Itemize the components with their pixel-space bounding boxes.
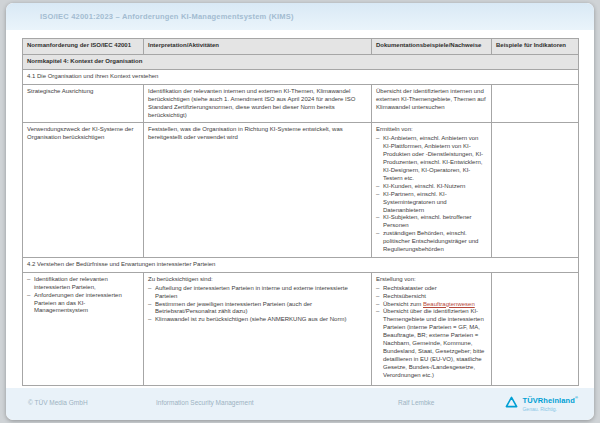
list-item: Rechtsübersicht (376, 293, 487, 301)
list-item: KI-Partnern, einschl. KI-Systemintegrato… (376, 191, 487, 215)
column-header-interpretation: Interpretation/Aktivitäten (144, 39, 372, 55)
section-row-4-2: 4.2 Verstehen der Bedürfnisse und Erwart… (23, 257, 579, 272)
table-row-purpose: Verwendungszweck der KI-Systeme der Orga… (23, 123, 579, 258)
cell-requirement: Strategische Ausrichtung (23, 84, 144, 123)
cell-requirement: Verwendungszweck der KI-Systeme der Orga… (23, 123, 144, 258)
document-footer-band: © TÜV Media GmbH Information Security Ma… (6, 388, 594, 420)
table-header-row: Normanforderung der ISO/IEC 42001 Interp… (23, 39, 579, 55)
column-header-documentation: Dokumentationsbeispiele/Nachweise (372, 39, 492, 55)
cell-documentation: Erstellung von: Rechtskataster oder Rech… (372, 272, 492, 385)
cell-interpretation: Feststellen, was die Organisation in Ric… (144, 123, 372, 258)
list-item: KI-Subjekten, einschl. betroffener Perso… (376, 214, 487, 230)
cell-documentation: Übersicht der identifizierten internen u… (372, 84, 492, 123)
beauftragtenwesen-link[interactable]: Beauftragtenwesen (423, 301, 475, 307)
list-item: Aufteilung der interessierten Parteien i… (148, 285, 367, 301)
footer-department: Information Security Management (156, 399, 254, 406)
cell-indicators (492, 272, 579, 385)
list-item: Klimawandel ist zu berücksichtigen (sieh… (148, 316, 367, 324)
list-item: Anforderungen der interessierten Parteie… (27, 292, 139, 316)
list-item: KI-Anbietern, einschl. Anbietern von KI-… (376, 135, 487, 182)
brand-tagline: Genau. Richtig. (522, 406, 578, 412)
tuv-triangle-icon (505, 396, 518, 408)
list-item: KI-Kunden, einschl. KI-Nutzern (376, 183, 487, 191)
link-prefix: Übersicht zum (383, 301, 423, 307)
document-page: ISO/IEC 42001:2023 – Anforderungen KI-Ma… (6, 3, 594, 420)
section-title-4-2: 4.2 Verstehen der Bedürfnisse und Erwart… (23, 257, 579, 272)
footer-copyright: © TÜV Media GmbH (28, 399, 88, 406)
cell-interpretation: Identifikation der relevanten internen u… (144, 84, 372, 123)
document-header-band: ISO/IEC 42001:2023 – Anforderungen KI-Ma… (6, 3, 594, 30)
cell-indicators (492, 123, 579, 258)
list-item-with-link: Übersicht zum Beauftragtenwesen (376, 301, 487, 309)
list-item: Rechtskataster oder (376, 285, 487, 293)
list-item: Übersicht über die identifizierten KI-Th… (376, 308, 487, 379)
chapter-row: Normkapitel 4: Kontext der Organisation (23, 55, 579, 70)
column-header-norm: Normanforderung der ISO/IEC 42001 (23, 39, 144, 55)
cell-documentation: Ermitteln von: KI-Anbietern, einschl. An… (372, 123, 492, 258)
cell-indicators (492, 84, 579, 123)
interpretation-intro: Zu berücksichtigen sind: (148, 276, 367, 284)
documentation-intro: Ermitteln von: (376, 126, 487, 134)
list-item: Identifikation der relevanten interessie… (27, 276, 139, 292)
document-title: ISO/IEC 42001:2023 – Anforderungen KI-Ma… (40, 3, 294, 30)
table-row-strategy: Strategische Ausrichtung Identifikation … (23, 84, 579, 123)
section-title-4-1: 4.1 Die Organisation und ihren Kontext v… (23, 69, 579, 84)
section-row-4-1: 4.1 Die Organisation und ihren Kontext v… (23, 69, 579, 84)
requirements-table: Normanforderung der ISO/IEC 42001 Interp… (22, 38, 579, 386)
chapter-title: Normkapitel 4: Kontext der Organisation (23, 55, 579, 70)
tuv-rheinland-logo: TÜVRheinland® Genau. Richtig. (505, 395, 578, 412)
column-header-indicators: Beispiele für Indikatoren (492, 39, 579, 55)
documentation-intro: Erstellung von: (376, 276, 487, 284)
list-item: Bestimmen der jeweiligen interessierten … (148, 301, 367, 317)
cell-interpretation: Zu berücksichtigen sind: Aufteilung der … (144, 272, 372, 385)
footer-author: Ralf Lembke (398, 399, 435, 406)
table-row-parties: Identifikation der relevanten interessie… (23, 272, 579, 385)
registered-mark: ® (575, 395, 578, 400)
brand-name: TÜVRheinland® (522, 395, 578, 405)
cell-requirement: Identifikation der relevanten interessie… (23, 272, 144, 385)
list-item: zuständigen Behörden, einschl. politisch… (376, 230, 487, 254)
